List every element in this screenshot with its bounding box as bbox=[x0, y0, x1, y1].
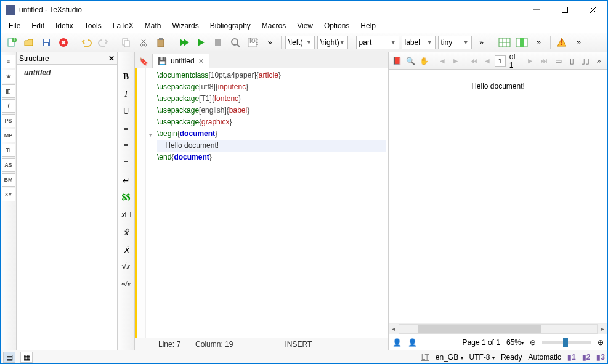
first-page-icon[interactable]: ⏮ bbox=[468, 54, 480, 68]
cut-button[interactable] bbox=[136, 34, 152, 51]
redo-button[interactable] bbox=[95, 34, 111, 51]
menu-options[interactable]: Options bbox=[318, 20, 355, 31]
menu-math[interactable]: Math bbox=[139, 20, 167, 31]
menu-wizards[interactable]: Wizards bbox=[166, 20, 204, 31]
newline-button[interactable]: ↵ bbox=[119, 173, 134, 188]
undo-button[interactable] bbox=[78, 34, 94, 51]
ref-combo[interactable]: label▼ bbox=[402, 36, 436, 49]
zoom-out-icon[interactable]: ⊖ bbox=[530, 338, 536, 347]
left-tool-5[interactable]: MP bbox=[2, 129, 15, 142]
left-delim-combo[interactable]: \left(▼ bbox=[285, 36, 315, 49]
code-editor[interactable]: ▾ \documentclass[10pt,a4paper]{article}\… bbox=[135, 68, 388, 338]
window-mode-icon[interactable]: ▭ bbox=[552, 54, 564, 68]
table-tool-2[interactable] bbox=[514, 34, 530, 51]
subscript-button[interactable]: x□ bbox=[119, 208, 134, 222]
table-tool-1[interactable] bbox=[497, 34, 513, 51]
menu-latex[interactable]: LaTeX bbox=[107, 20, 139, 31]
left-tool-6[interactable]: TI bbox=[2, 144, 15, 157]
double-page-icon[interactable]: ▯▯ bbox=[579, 54, 591, 68]
view-log-button[interactable]: log bbox=[245, 34, 261, 51]
bookmarks-icon[interactable]: 🔖 bbox=[137, 55, 150, 68]
toolbar-overflow-3[interactable]: » bbox=[531, 34, 547, 51]
search-icon[interactable]: 🔍 bbox=[405, 54, 417, 68]
superscript-button[interactable]: x̂ bbox=[119, 225, 134, 240]
encoding-combo[interactable]: UTF-8 ▾ bbox=[469, 353, 495, 362]
save-button[interactable] bbox=[38, 34, 54, 51]
left-tool-1[interactable]: ★ bbox=[2, 70, 15, 83]
close-file-button[interactable] bbox=[55, 34, 71, 51]
section-combo[interactable]: part▼ bbox=[356, 36, 399, 49]
close-button[interactable] bbox=[579, 1, 607, 19]
prev-page-icon[interactable]: ◄ bbox=[481, 54, 493, 68]
copy-button[interactable] bbox=[118, 34, 134, 51]
next-page-icon[interactable]: ► bbox=[524, 54, 537, 68]
align-right-button[interactable]: ≡ bbox=[119, 156, 134, 171]
menu-bibliography[interactable]: Bibliography bbox=[205, 20, 256, 31]
menu-view[interactable]: View bbox=[291, 20, 318, 31]
align-left-button[interactable]: ≡ bbox=[119, 121, 134, 136]
toolbar-overflow-4[interactable]: » bbox=[571, 34, 587, 51]
bookmark-2-icon[interactable]: ▮2 bbox=[582, 353, 591, 362]
toolbar-overflow-1[interactable]: » bbox=[262, 34, 278, 51]
menu-edit[interactable]: Edit bbox=[26, 20, 50, 31]
bookmark-1-icon[interactable]: ▮1 bbox=[567, 353, 576, 362]
open-file-button[interactable] bbox=[21, 34, 37, 51]
math-button[interactable]: $$ bbox=[119, 190, 134, 205]
size-combo[interactable]: tiny▼ bbox=[438, 36, 472, 49]
left-tool-8[interactable]: BM bbox=[2, 173, 15, 187]
panel-toggle-2[interactable]: ▦ bbox=[20, 352, 33, 363]
menu-help[interactable]: Help bbox=[355, 20, 381, 31]
menu-file[interactable]: File bbox=[3, 20, 26, 31]
left-tool-2[interactable]: ◧ bbox=[2, 84, 15, 98]
view-pdf-button[interactable] bbox=[227, 34, 243, 51]
user1-icon[interactable]: 👤 bbox=[392, 338, 402, 347]
last-page-icon[interactable]: ⏭ bbox=[538, 54, 550, 68]
hand-icon[interactable]: ✋ bbox=[418, 54, 431, 68]
left-tool-4[interactable]: PS bbox=[2, 114, 15, 127]
new-file-button[interactable]: + bbox=[4, 34, 20, 51]
right-delim-combo[interactable]: \right)▼ bbox=[317, 36, 348, 49]
warning-button[interactable]: ! bbox=[554, 34, 570, 51]
minimize-button[interactable] bbox=[522, 1, 551, 19]
compile-button[interactable] bbox=[193, 34, 209, 51]
panel-toggle-1[interactable]: ▤ bbox=[3, 352, 15, 363]
zoom-in-icon[interactable]: ⊕ bbox=[598, 338, 604, 347]
left-tool-0[interactable]: ≡ bbox=[2, 55, 15, 68]
tab-close-icon[interactable]: ✕ bbox=[198, 57, 204, 65]
maximize-button[interactable] bbox=[551, 1, 579, 19]
user2-icon[interactable]: 👤 bbox=[408, 338, 417, 347]
menu-idefix[interactable]: Idefix bbox=[50, 20, 79, 31]
preview-h-scrollbar[interactable]: ◄► bbox=[389, 324, 607, 334]
bookmark-3-icon[interactable]: ▮3 bbox=[596, 353, 605, 362]
build-run-button[interactable] bbox=[176, 34, 192, 51]
underline-button[interactable]: U bbox=[119, 104, 134, 119]
align-center-button[interactable]: ≡ bbox=[119, 139, 134, 153]
single-page-icon[interactable]: ▯ bbox=[565, 54, 578, 68]
lt-icon[interactable]: LT bbox=[421, 353, 429, 362]
frac-button[interactable]: ẋ bbox=[119, 242, 134, 257]
forward-icon[interactable]: ► bbox=[450, 54, 462, 68]
zoom-slider[interactable] bbox=[542, 341, 591, 344]
stop-button[interactable] bbox=[210, 34, 226, 51]
lang-combo[interactable]: en_GB ▾ bbox=[436, 353, 463, 362]
paste-button[interactable] bbox=[153, 34, 169, 51]
code-content[interactable]: \documentclass[10pt,a4paper]{article}\us… bbox=[155, 68, 388, 338]
sqrt-button[interactable]: √x bbox=[119, 259, 134, 274]
menu-tools[interactable]: Tools bbox=[79, 20, 107, 31]
close-icon[interactable]: ✕ bbox=[108, 54, 115, 63]
toolbar-overflow-2[interactable]: » bbox=[474, 34, 490, 51]
nth-root-button[interactable]: ⁿ√x bbox=[119, 277, 134, 291]
structure-root[interactable]: untitled bbox=[24, 68, 51, 77]
menu-macros[interactable]: Macros bbox=[256, 20, 291, 31]
zoom-label[interactable]: 65%▾ bbox=[506, 338, 524, 347]
pdf-icon[interactable]: 📕 bbox=[391, 54, 403, 68]
italic-button[interactable]: I bbox=[119, 87, 134, 102]
editor-tab[interactable]: 💾 untitled ✕ bbox=[152, 54, 209, 68]
bold-button[interactable]: B bbox=[119, 70, 134, 84]
left-tool-9[interactable]: XY bbox=[2, 188, 15, 201]
page-input[interactable] bbox=[495, 55, 506, 67]
left-tool-7[interactable]: AS bbox=[2, 158, 15, 172]
back-icon[interactable]: ◄ bbox=[436, 54, 448, 68]
preview-overflow[interactable]: » bbox=[593, 54, 605, 68]
left-tool-3[interactable]: ⟮ bbox=[2, 99, 15, 113]
